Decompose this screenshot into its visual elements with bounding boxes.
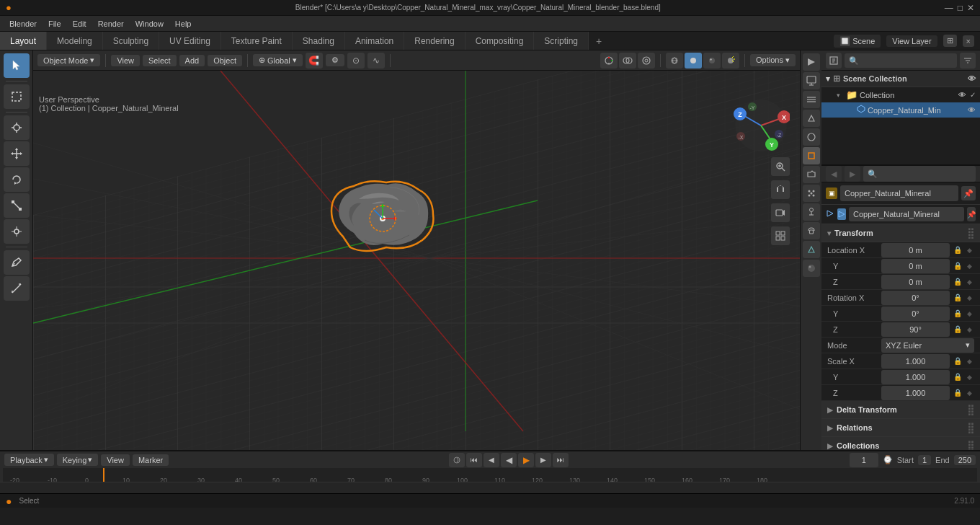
tool-transform[interactable]: [4, 219, 30, 244]
rotation-z-value[interactable]: 90°: [881, 322, 950, 337]
data-dropdown-icon[interactable]: [826, 209, 834, 220]
pan-btn[interactable]: [771, 180, 790, 199]
prop-output-icon[interactable]: [803, 72, 820, 89]
snap-icon-btn[interactable]: 🧲: [306, 53, 323, 69]
wireframe-shading-btn[interactable]: [666, 53, 683, 69]
workspace-scripting[interactable]: Scripting: [534, 32, 589, 50]
zoom-in-btn[interactable]: [771, 157, 790, 176]
prop-particles-icon[interactable]: [803, 185, 820, 202]
menu-edit[interactable]: Edit: [68, 18, 92, 30]
prop-modifiers-icon[interactable]: [803, 166, 820, 183]
prop-material-icon[interactable]: [803, 260, 820, 277]
menu-help[interactable]: Help: [170, 18, 197, 30]
object-mode-selector[interactable]: Object Mode ▾: [37, 54, 100, 66]
props-nav-fwd-btn[interactable]: ▶: [845, 166, 860, 182]
scale-x-lock[interactable]: 🔒: [951, 357, 964, 365]
scene-collection-row[interactable]: ▾ ⊞ Scene Collection 👁: [821, 71, 980, 87]
rotation-mode-select[interactable]: XYZ Euler ▾: [881, 338, 974, 353]
rotation-y-lock[interactable]: 🔒: [951, 309, 964, 317]
location-y-key[interactable]: ◆: [964, 262, 974, 270]
play-back-btn[interactable]: ◀: [501, 453, 517, 467]
end-frame[interactable]: 250: [954, 455, 976, 465]
relations-section-header[interactable]: ▶ Relations ⣿: [821, 419, 980, 437]
tool-move[interactable]: [4, 141, 30, 166]
viewport-area[interactable]: Object Mode ▾ View Select Add Object ⊕ G…: [33, 50, 800, 450]
scale-x-key[interactable]: ◆: [964, 358, 974, 365]
menu-blender[interactable]: Blender: [4, 18, 42, 30]
tool-rotate[interactable]: [4, 167, 30, 192]
prop-constraints-icon[interactable]: [803, 222, 820, 239]
play-btn[interactable]: ▶: [518, 453, 534, 467]
next-keyframe-btn[interactable]: ▶: [535, 453, 551, 467]
snap-settings-btn[interactable]: ⚙: [326, 54, 344, 66]
material-shading-btn[interactable]: [703, 53, 721, 69]
scale-z-lock[interactable]: 🔒: [951, 389, 964, 397]
playback-menu-btn[interactable]: Playback ▾: [4, 454, 54, 466]
tool-select-box[interactable]: [4, 84, 30, 109]
data-pin-btn[interactable]: 📌: [967, 207, 976, 221]
scale-y-lock[interactable]: 🔒: [951, 373, 964, 381]
prop-scene-icon[interactable]: [803, 110, 820, 127]
3d-scene[interactable]: User Perspective (1) Collection | Copper…: [33, 71, 800, 450]
rotation-x-value[interactable]: 0°: [881, 291, 950, 305]
tool-annotate[interactable]: [4, 250, 30, 275]
current-frame[interactable]: 1: [850, 453, 878, 467]
location-x-key[interactable]: ◆: [964, 247, 974, 254]
outliner-search[interactable]: [845, 53, 957, 68]
menu-render[interactable]: Render: [93, 18, 129, 30]
outliner-mineral-row[interactable]: Copper_Natural_Min: [821, 102, 980, 118]
workspace-shading[interactable]: Shading: [293, 32, 345, 50]
solid-shading-btn[interactable]: [685, 53, 702, 69]
workspace-icon-btn2[interactable]: ×: [963, 35, 974, 47]
scene-collection-eye[interactable]: 👁: [968, 74, 976, 83]
workspace-uv-editing[interactable]: UV Editing: [159, 32, 221, 50]
scale-y-key[interactable]: ◆: [964, 374, 974, 381]
rotation-y-key[interactable]: ◆: [964, 310, 974, 317]
view-menu-btn-bottom[interactable]: View: [101, 454, 130, 466]
add-menu-btn[interactable]: Add: [179, 55, 205, 66]
rotation-y-value[interactable]: 0°: [881, 306, 950, 321]
menu-window[interactable]: Window: [130, 18, 169, 30]
collections-section-header[interactable]: ▶ Collections ⣿: [821, 437, 980, 450]
camera-view-btn[interactable]: [771, 203, 790, 222]
menu-file[interactable]: File: [43, 18, 66, 30]
delta-transform-header[interactable]: ▶ Delta Transform ⣿: [821, 401, 980, 419]
maximize-button[interactable]: □: [958, 3, 963, 13]
view-menu-btn[interactable]: View: [111, 55, 140, 66]
close-button[interactable]: ✕: [967, 3, 974, 13]
pin-btn[interactable]: 📌: [961, 186, 976, 200]
location-z-value[interactable]: 0 m: [881, 275, 950, 289]
select-menu-btn[interactable]: Select: [143, 55, 177, 66]
collection-expand-arrow[interactable]: ▾: [837, 92, 844, 99]
location-z-key[interactable]: ◆: [964, 278, 974, 286]
gizmo-toggle-btn[interactable]: [600, 53, 618, 69]
keying-menu-btn[interactable]: Keying ▾: [57, 454, 99, 466]
scale-x-value[interactable]: 1.000: [881, 354, 950, 369]
outliner-type-btn[interactable]: [826, 53, 842, 69]
minimize-button[interactable]: —: [945, 3, 953, 13]
workspace-sculpting[interactable]: Sculpting: [103, 32, 159, 50]
scale-z-key[interactable]: ◆: [964, 389, 974, 397]
location-y-value[interactable]: 0 m: [881, 259, 950, 273]
transform-section-header[interactable]: ▾ Transform ⣿: [821, 224, 980, 242]
scene-selector[interactable]: 🔲 Scene: [834, 35, 881, 48]
jump-end-btn[interactable]: ⏭: [553, 453, 569, 467]
marker-menu-btn[interactable]: Marker: [133, 454, 169, 466]
workspace-compositing[interactable]: Compositing: [466, 32, 535, 50]
xray-toggle-btn[interactable]: [638, 53, 655, 69]
prop-data-icon[interactable]: [803, 241, 820, 258]
prev-keyframe-btn[interactable]: ◀: [484, 453, 499, 467]
scale-z-value[interactable]: 1.000: [881, 386, 950, 400]
object-menu-btn[interactable]: Object: [208, 55, 242, 66]
workspace-modeling[interactable]: Modeling: [47, 32, 103, 50]
workspace-icon-btn1[interactable]: ⊞: [943, 35, 957, 47]
prop-view-layer-icon[interactable]: [803, 91, 820, 108]
mineral-object[interactable]: [321, 172, 444, 258]
overlay-toggle-btn[interactable]: [619, 53, 636, 69]
workspace-texture-paint[interactable]: Texture Paint: [221, 32, 293, 50]
start-frame[interactable]: 1: [918, 455, 931, 465]
outliner-collection-row[interactable]: ▾ 📁 Collection ✓: [821, 87, 980, 102]
grid-toggle-btn[interactable]: [771, 226, 790, 245]
location-y-lock[interactable]: 🔒: [951, 262, 964, 270]
tool-select-cursor[interactable]: [4, 53, 30, 78]
